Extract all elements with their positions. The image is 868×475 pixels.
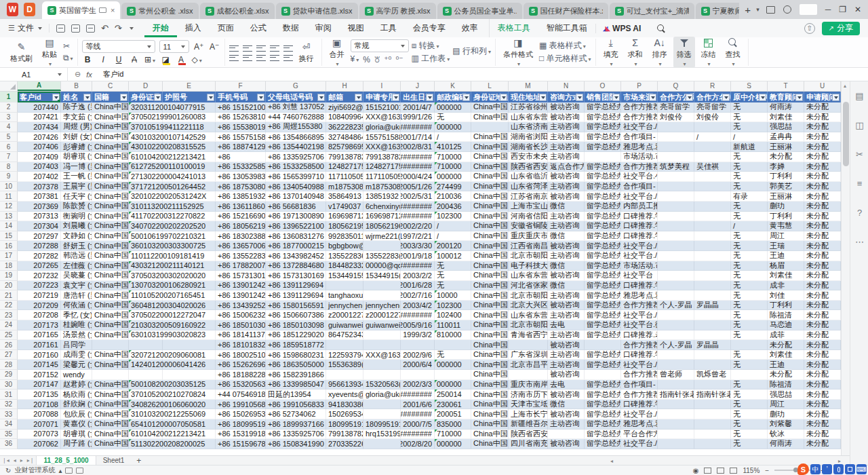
cell-I30[interactable]: 15320563( <box>363 380 401 390</box>
cell-C22[interactable]: China中国 <box>92 301 129 311</box>
cell-M21[interactable]: 北京市朝阳 <box>509 290 548 301</box>
cell-S12[interactable]: 无 <box>731 202 768 212</box>
cell-Q15[interactable] <box>658 231 694 242</box>
cell-R22[interactable]: 罗晶晶 <box>694 301 731 311</box>
cell-U22[interactable]: 未分配 <box>804 301 841 311</box>
cell-K11[interactable]: 210036 <box>435 191 471 202</box>
cell-A13[interactable]: 207313 <box>18 212 61 222</box>
cell-Q21[interactable] <box>658 290 694 301</box>
cell-I21[interactable] <box>363 290 401 301</box>
cell-N24[interactable]: 去电 <box>548 320 585 330</box>
column-letter-J[interactable]: J <box>401 81 435 91</box>
column-letter-C[interactable]: C <box>92 81 129 91</box>
cell-O32[interactable]: 留学总经办 <box>585 400 621 410</box>
cell-M36[interactable]: 四川省南充 <box>509 439 548 449</box>
cell-N16[interactable]: 被动咨询 <box>548 241 585 251</box>
cell-N19[interactable]: 被动咨询 <box>548 271 585 281</box>
cell-R2[interactable]: 亮哥留学 <box>694 102 731 113</box>
cell-S18[interactable]: 无 <box>731 261 768 271</box>
cell-P18[interactable]: 市场活动.市 <box>621 261 658 271</box>
cell-D28[interactable]: 142401200006041426 <box>129 360 163 370</box>
increase-decimal-icon[interactable]: ⁺⁰ <box>384 55 391 64</box>
cell-O30[interactable]: 留学总经办 <box>585 380 621 390</box>
scroll-left-icon[interactable]: ◂ <box>610 458 613 464</box>
cell-C9[interactable]: China中国 <box>92 172 129 182</box>
cell-B28[interactable]: 梁馨元 (女 <box>61 360 92 370</box>
cell-H32[interactable]: 941830386 <box>326 400 363 410</box>
cell-R6[interactable] <box>694 142 731 152</box>
cell-A30[interactable]: 207147 <box>18 380 61 390</box>
cell-K24[interactable]: 110011 <box>435 320 471 330</box>
row-header-10[interactable]: 10 <box>0 182 18 192</box>
sheet-grid[interactable]: ABCDEFGHIJKLMNOPQRSTU 1客户id姓名国籍身份证号护照号手机… <box>0 81 841 455</box>
cell-R17[interactable] <box>694 251 731 261</box>
align-middle-icon[interactable] <box>243 44 252 52</box>
cell-C25[interactable]: China中国 <box>92 330 129 341</box>
cell-Q33[interactable] <box>658 409 694 419</box>
cell-K22[interactable]: 102300 <box>435 301 471 311</box>
cell-M16[interactable]: 江西省南昌 <box>509 241 548 251</box>
cell-D12[interactable]: 310113200211152925 <box>129 202 163 212</box>
borders-button[interactable]: ⊞ <box>144 55 156 64</box>
cell-K33[interactable]: 200051 <box>435 409 471 419</box>
cell-B31[interactable]: 杨欣雨 (女 <box>61 390 92 400</box>
increase-font-icon[interactable]: A⁺ <box>193 42 205 52</box>
cell-J23[interactable]: ######## <box>401 310 435 320</box>
cell-F22[interactable]: +86 13439252 <box>216 301 266 311</box>
cell-S22[interactable]: 无 <box>731 301 768 311</box>
cell-H35[interactable]: 799138782 <box>326 430 363 440</box>
row-header-21[interactable]: 21 <box>0 290 18 301</box>
cell-D25[interactable]: 630103199903020823 <box>129 330 163 341</box>
cell-Q22[interactable]: 个人-罗晶 <box>658 301 694 311</box>
cell-M29[interactable] <box>509 370 548 380</box>
cell-D34[interactable]: 654101200007050581 <box>129 419 163 430</box>
cell-Q25[interactable] <box>658 330 694 341</box>
prev-sheet-icon[interactable]: ◂ <box>12 457 18 463</box>
cell-S6[interactable]: 新航道 <box>731 142 768 152</box>
menu-tab[interactable]: 公式 <box>242 19 275 37</box>
filter-dropdown-icon[interactable] <box>612 94 620 101</box>
export-icon[interactable] <box>86 24 95 33</box>
cell-T25[interactable]: 成菲 <box>768 330 804 341</box>
cell-M14[interactable]: 安徽省铜陵 <box>509 221 548 231</box>
cell-U4[interactable]: 未分配 <box>804 122 841 132</box>
vertical-scrollbar[interactable]: ▴ <box>841 81 850 455</box>
wps-logo-icon[interactable]: W <box>7 3 18 16</box>
row-header-17[interactable]: 17 <box>0 251 18 261</box>
cell-R21[interactable] <box>694 290 731 301</box>
cell-S33[interactable]: 无 <box>731 409 768 419</box>
cell-B27[interactable]: 成雨雯 (女 <box>61 350 92 360</box>
cell-A34[interactable]: 207071 <box>18 419 61 430</box>
cell-I24[interactable]: guiwanwei( <box>363 320 401 330</box>
conditional-format-button[interactable]: ◨ 条件格式 <box>500 37 536 68</box>
cell-F11[interactable]: +86 13851932 <box>216 191 266 202</box>
cell-M25[interactable]: 青海省西宁 <box>509 330 548 341</box>
cell-A5[interactable]: 207426 <box>18 132 61 142</box>
cell-T4[interactable]: 强思喆 <box>768 122 804 132</box>
row-header-29[interactable]: 29 <box>0 370 18 380</box>
cell-B3[interactable]: 李文茹 (女 <box>61 113 92 123</box>
cell-H30[interactable]: 956613934 <box>326 380 363 390</box>
cell-N23[interactable]: 主动咨询 <box>548 310 585 320</box>
row-header-5[interactable]: 5 <box>0 132 18 142</box>
copy-icon[interactable]: ⧉ <box>63 53 73 64</box>
cell-H8[interactable]: 124827175 <box>326 162 363 172</box>
cell-P28[interactable]: 社交平台./ <box>621 360 658 370</box>
cell-A33[interactable]: 207088 <box>18 409 61 419</box>
font-size-select[interactable]: 11 <box>159 40 189 53</box>
cell-J36[interactable]: 2002/8/20 <box>401 439 435 449</box>
cell-A19[interactable]: 207232 <box>18 271 61 281</box>
break-view-icon[interactable] <box>730 468 737 474</box>
cell-M19[interactable]: 山东省东营 <box>509 271 548 281</box>
cell-U12[interactable]: 未分配 <box>804 202 841 212</box>
cell-O29[interactable] <box>585 370 621 380</box>
header-cell-S1[interactable]: 原中介机构 <box>731 92 768 102</box>
cell-N22[interactable]: 被动咨询 <box>548 301 585 311</box>
cell-T31[interactable]: 强思喆 <box>768 390 804 400</box>
cell-H23[interactable]: z20001227 <box>326 310 363 320</box>
column-letter-A[interactable]: A <box>18 81 61 91</box>
column-letter-T[interactable]: T <box>768 81 804 91</box>
cell-O3[interactable]: 留学总经办 <box>585 113 621 123</box>
side-panel-icon[interactable]: ✂ <box>850 140 868 169</box>
cell-R12[interactable] <box>694 202 731 212</box>
